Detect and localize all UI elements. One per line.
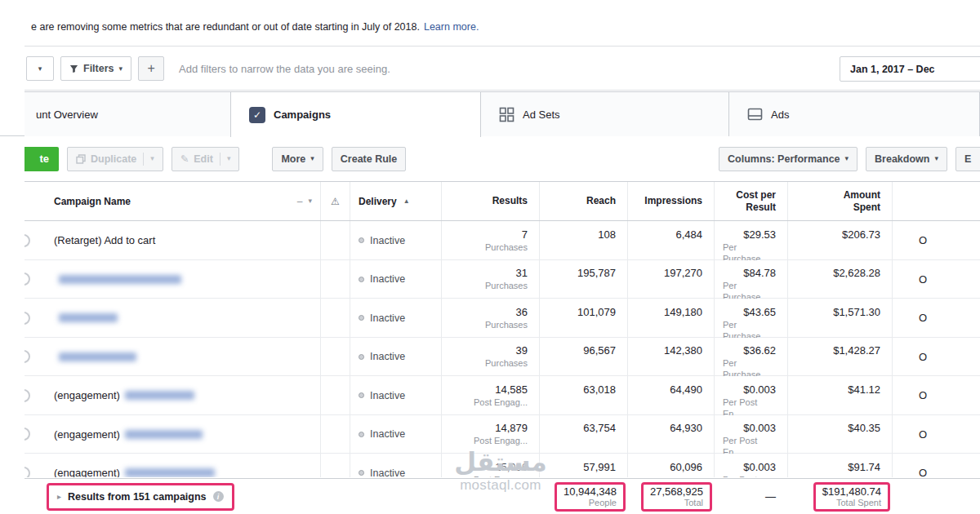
- table-footer-row: ▸ Results from 151 campaigns i 10,944,34…: [24, 478, 980, 514]
- campaign-name-cell[interactable]: (engagement): [46, 376, 320, 415]
- reach-total-highlight: 10,944,348 People: [555, 482, 626, 512]
- filter-placeholder: Add filters to narrow the data you are s…: [179, 63, 390, 75]
- table-row[interactable]: (engagement)Inactive15,096Post Engag...5…: [24, 454, 980, 477]
- footer-end-cell: [892, 479, 980, 514]
- results-cell: 14,879Post Engag...: [441, 415, 539, 454]
- results-summary-highlight[interactable]: ▸ Results from 151 campaigns i: [47, 483, 234, 511]
- delivery-status: Inactive: [370, 273, 405, 285]
- header-results[interactable]: Results: [441, 182, 539, 220]
- table-row[interactable]: Inactive36Purchases101,079149,180$43.65P…: [24, 299, 980, 338]
- chevron-down-icon: ▾: [310, 155, 314, 162]
- saved-filters-dropdown[interactable]: ▾: [26, 56, 54, 81]
- delivery-status: Inactive: [370, 390, 405, 401]
- campaign-name-cell[interactable]: (Retarget) Add to cart: [46, 221, 320, 260]
- table-row[interactable]: (engagement)Inactive14,585Post Engag...6…: [24, 376, 980, 415]
- header-amount-spent[interactable]: Amount Spent: [787, 182, 892, 220]
- reach-cell: 108: [539, 221, 627, 260]
- table-row[interactable]: (engagement)Inactive14,879Post Engag...6…: [24, 415, 980, 454]
- toggle-icon: [24, 234, 30, 247]
- footer-summary-label: Results from 151 campaigns: [68, 491, 207, 503]
- campaign-toggle[interactable]: [24, 376, 46, 415]
- create-rule-button[interactable]: Create Rule: [332, 147, 406, 171]
- results-cell: 15,096Post Engag...: [441, 454, 539, 477]
- tab-ads[interactable]: Ads: [728, 91, 980, 136]
- issues-cell: [320, 221, 350, 260]
- columns-button[interactable]: Columns: Performance ▾: [719, 147, 858, 171]
- table-row[interactable]: Inactive39Purchases96,567142,380$36.62Pe…: [24, 338, 980, 377]
- table-header-row: Campaign Name – ▾ ⚠ Delivery ▲ Results R…: [24, 182, 980, 221]
- header-cost-per-result[interactable]: Cost per Result: [714, 182, 787, 220]
- status-dot-icon: [359, 277, 364, 282]
- tab-ad-sets[interactable]: Ad Sets: [480, 91, 729, 136]
- header-delivery[interactable]: Delivery ▲: [350, 182, 441, 220]
- info-icon[interactable]: i: [213, 491, 224, 502]
- campaign-name-cell[interactable]: [46, 260, 320, 299]
- deprecation-notice: e are removing some metrics that are red…: [24, 0, 980, 47]
- amount-spent-cell: $91.74: [787, 454, 892, 477]
- campaign-toggle[interactable]: [24, 299, 46, 338]
- tab-account-overview[interactable]: unt Overview: [24, 91, 231, 136]
- campaign-name-cell[interactable]: [46, 338, 320, 377]
- ads-card-icon: [747, 108, 763, 121]
- edit-button[interactable]: ✎ Edit ▾: [172, 147, 240, 171]
- header-campaign-name[interactable]: Campaign Name – ▾: [46, 182, 320, 220]
- tab-campaigns[interactable]: ✓ Campaigns: [230, 91, 481, 137]
- header-reach[interactable]: Reach: [539, 182, 627, 220]
- reach-total: 10,944,348: [564, 485, 617, 498]
- learn-more-link[interactable]: Learn more.: [424, 21, 479, 33]
- chevron-down-icon: ▾: [38, 65, 42, 73]
- breakdown-button[interactable]: Breakdown ▾: [866, 147, 947, 171]
- reach-cell: 101,079: [539, 299, 627, 338]
- delivery-cell: Inactive: [350, 415, 441, 454]
- schedule-cell: O: [892, 260, 980, 299]
- add-filter-button[interactable]: +: [138, 56, 164, 81]
- more-button[interactable]: More ▾: [272, 147, 323, 171]
- campaign-name-cell[interactable]: [46, 299, 320, 338]
- campaigns-table: Campaign Name – ▾ ⚠ Delivery ▲ Results R…: [24, 181, 980, 514]
- redacted-name: [59, 352, 136, 361]
- chevron-down-icon: ▾: [119, 65, 123, 73]
- export-button[interactable]: E: [956, 147, 980, 171]
- toggle-icon: [24, 428, 30, 441]
- campaign-toggle[interactable]: [24, 260, 46, 299]
- status-dot-icon: [359, 315, 364, 321]
- redacted-name: [125, 391, 194, 400]
- campaign-toggle[interactable]: [24, 221, 46, 260]
- toggle-icon: [24, 273, 30, 286]
- campaign-toggle[interactable]: [24, 338, 46, 377]
- status-dot-icon: [359, 470, 364, 476]
- campaign-name-cell[interactable]: (engagement): [46, 415, 320, 454]
- create-button[interactable]: te: [24, 147, 59, 171]
- issues-cell: [320, 299, 350, 338]
- results-cell: 39Purchases: [441, 338, 539, 377]
- impressions-total: 27,568,925: [650, 485, 703, 498]
- delivery-cell: Inactive: [350, 338, 441, 377]
- duplicate-button[interactable]: Duplicate ▾: [67, 147, 163, 171]
- filters-button[interactable]: Filters ▾: [60, 56, 131, 81]
- date-range-picker[interactable]: Jan 1, 2017 – Dec: [840, 56, 980, 82]
- campaigns-check-icon: ✓: [249, 107, 265, 123]
- campaign-toggle[interactable]: [24, 454, 46, 477]
- header-issues[interactable]: ⚠: [320, 182, 350, 220]
- header-select: [24, 182, 46, 220]
- reach-cell: 195,787: [539, 260, 627, 299]
- notice-text: e are removing some metrics that are red…: [31, 21, 420, 33]
- header-end: [892, 182, 980, 220]
- table-row[interactable]: Inactive31Purchases195,787197,270$84.78P…: [24, 260, 980, 299]
- reach-cell: 96,567: [539, 338, 627, 377]
- plus-icon: +: [147, 61, 154, 76]
- expander-icon[interactable]: ▸: [57, 492, 61, 501]
- issues-cell: [320, 338, 350, 377]
- campaign-toggle[interactable]: [24, 415, 46, 454]
- chevron-down-icon: ▾: [845, 155, 849, 162]
- impressions-total-highlight: 27,568,925 Total: [641, 482, 712, 512]
- campaign-name-cell[interactable]: (engagement): [46, 454, 320, 477]
- chevron-down-icon[interactable]: ▾: [308, 197, 312, 205]
- header-impressions[interactable]: Impressions: [627, 182, 714, 220]
- column-dash-icon: –: [297, 196, 303, 207]
- warning-icon: ⚠: [331, 196, 340, 207]
- footer-select-cell: [24, 479, 46, 514]
- table-row[interactable]: (Retarget) Add to cartInactive7Purchases…: [24, 221, 980, 260]
- delivery-status: Inactive: [370, 312, 405, 324]
- schedule-cell: O: [892, 299, 980, 338]
